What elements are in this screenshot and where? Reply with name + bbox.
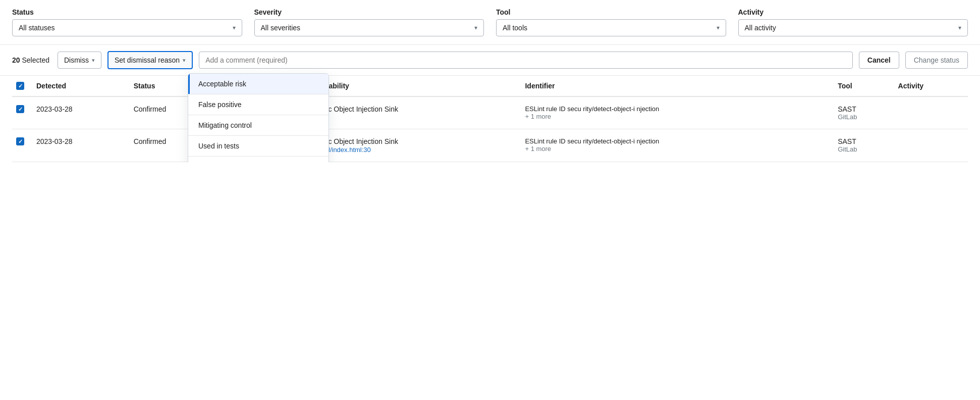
table-row: 2023-03-28 Confirmed Critical Generic Ob… [12, 129, 968, 162]
dismiss-button[interactable]: Dismiss ▾ [58, 52, 101, 69]
status-filter-chevron: ▾ [233, 24, 236, 31]
row2-tool: SAST GitLab [834, 129, 894, 162]
row2-checkbox[interactable] [16, 137, 24, 145]
tool-filter-select[interactable]: All tools ▾ [496, 19, 726, 36]
activity-filter-value: All activity [745, 24, 776, 32]
row2-identifier-more: + 1 more [525, 145, 830, 153]
col-header-detected: Detected [32, 76, 130, 96]
row1-vuln-name: Generic Object Injection Sink [307, 105, 517, 113]
dropdown-item-label: Mitigating control [198, 121, 252, 129]
col-header-tool: Tool [834, 76, 894, 96]
row1-identifier-text: ESLint rule ID secu rity/detect-object-i… [525, 105, 830, 113]
status-filter-group: Status All statuses ▾ [12, 8, 242, 36]
dropdown-item-label: False positive [198, 101, 242, 109]
cancel-button[interactable]: Cancel [859, 52, 899, 69]
dismissal-reason-dropdown: Acceptable risk False positive Mitigatin… [188, 73, 329, 162]
activity-filter-chevron: ▾ [958, 24, 961, 31]
dismiss-button-label: Dismiss [64, 56, 89, 64]
severity-filter-group: Severity All severities ▾ [254, 8, 484, 36]
dropdown-item-label: Acceptable risk [198, 80, 246, 88]
select-all-checkbox[interactable] [16, 82, 24, 90]
tool-filter-label: Tool [496, 8, 726, 16]
set-dismissal-reason-button[interactable]: Set dismissal reason ▾ [107, 51, 193, 69]
dropdown-item-label: Used in tests [198, 142, 239, 150]
activity-filter-select[interactable]: All activity ▾ [738, 19, 968, 36]
vulnerabilities-table-container: Detected Status Vulnerability Identifier… [0, 76, 980, 162]
comment-input[interactable] [199, 52, 853, 69]
status-filter-label: Status [12, 8, 242, 16]
dismissal-reason-label: Set dismissal reason [115, 56, 180, 64]
col-header-vulnerability: Vulnerability [303, 76, 521, 96]
selected-count-text: 20 Selected [12, 56, 49, 64]
table-row: 2023-03-28 Confirmed Critical Generic Ob… [12, 96, 968, 129]
row1-tool-secondary: GitLab [838, 113, 890, 121]
dropdown-item-not-applicable[interactable]: Not applicable [188, 157, 329, 162]
col-header-checkbox [12, 76, 32, 96]
dropdown-item-false-positive[interactable]: False positive [188, 94, 329, 115]
status-filter-value: All statuses [19, 24, 55, 32]
row1-checkbox[interactable] [16, 105, 24, 113]
row2-vulnerability: Generic Object Injection Sink src/html/i… [303, 129, 521, 162]
row2-tool-secondary: GitLab [838, 145, 890, 153]
row1-identifier-more: + 1 more [525, 113, 830, 120]
row1-tool: SAST GitLab [834, 96, 894, 129]
dismissal-reason-chevron-icon: ▾ [183, 57, 186, 64]
dropdown-item-acceptable-risk[interactable]: Acceptable risk [188, 74, 329, 94]
row1-identifier: ESLint rule ID secu rity/detect-object-i… [521, 96, 834, 129]
row1-checkbox-cell [12, 96, 32, 129]
tool-filter-chevron: ▾ [717, 24, 720, 31]
dropdown-item-mitigating-control[interactable]: Mitigating control [188, 115, 329, 135]
severity-filter-select[interactable]: All severities ▾ [254, 19, 484, 36]
row2-activity [894, 129, 968, 162]
cancel-button-label: Cancel [867, 56, 891, 64]
tool-filter-value: All tools [503, 24, 527, 32]
row1-activity [894, 96, 968, 129]
row2-vuln-name: Generic Object Injection Sink [307, 137, 517, 145]
row2-tool-primary: SAST [838, 137, 890, 145]
change-status-label: Change status [914, 56, 959, 64]
row2-detected: 2023-03-28 [32, 129, 130, 162]
dismiss-chevron-icon: ▾ [92, 57, 95, 64]
severity-filter-label: Severity [254, 8, 484, 16]
severity-filter-value: All severities [261, 24, 301, 32]
tool-filter-group: Tool All tools ▾ [496, 8, 726, 36]
row1-tool-primary: SAST [838, 105, 890, 113]
selected-count-number: 20 [12, 56, 20, 64]
table-header-row: Detected Status Vulnerability Identifier… [12, 76, 968, 96]
dropdown-item-used-in-tests[interactable]: Used in tests [188, 136, 329, 156]
col-header-identifier: Identifier [521, 76, 834, 96]
activity-filter-group: Activity All activity ▾ [738, 8, 968, 36]
severity-filter-chevron: ▾ [474, 24, 477, 31]
filter-bar: Status All statuses ▾ Severity All sever… [0, 0, 980, 45]
row2-identifier: ESLint rule ID secu rity/detect-object-i… [521, 129, 834, 162]
activity-filter-label: Activity [738, 8, 968, 16]
selected-label: Selected [22, 56, 49, 64]
row2-checkbox-cell [12, 129, 32, 162]
row2-identifier-text: ESLint rule ID secu rity/detect-object-i… [525, 137, 830, 145]
status-filter-select[interactable]: All statuses ▾ [12, 19, 242, 36]
row1-detected: 2023-03-28 [32, 96, 130, 129]
action-bar: 20 Selected Dismiss ▾ Set dismissal reas… [0, 45, 980, 76]
vulnerabilities-table: Detected Status Vulnerability Identifier… [12, 76, 968, 162]
change-status-button[interactable]: Change status [905, 52, 968, 69]
row1-vulnerability: Generic Object Injection Sink [303, 96, 521, 129]
col-header-activity: Activity [894, 76, 968, 96]
